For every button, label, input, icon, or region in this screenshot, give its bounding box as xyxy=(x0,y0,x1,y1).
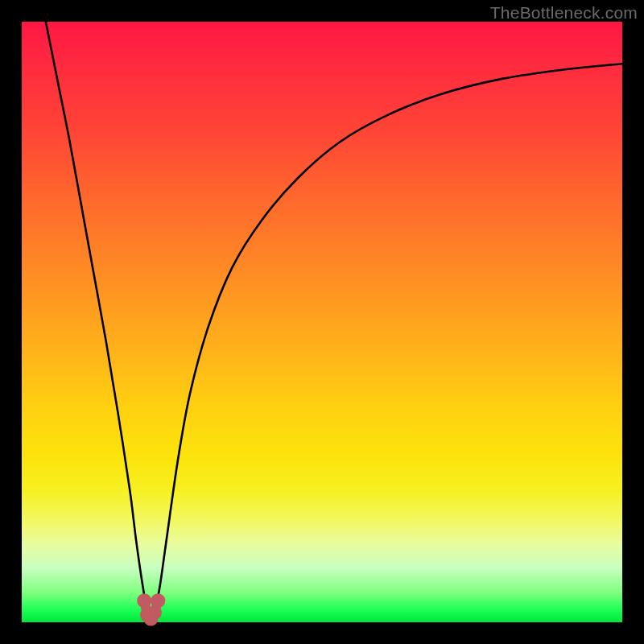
chart-svg xyxy=(22,22,622,622)
marker-dot xyxy=(151,593,165,608)
marker-dot xyxy=(137,593,151,608)
bottleneck-curve xyxy=(46,22,622,619)
bottleneck-markers xyxy=(137,593,165,625)
watermark-text: TheBottleneck.com xyxy=(490,3,638,23)
chart-container: TheBottleneck.com xyxy=(0,0,644,644)
